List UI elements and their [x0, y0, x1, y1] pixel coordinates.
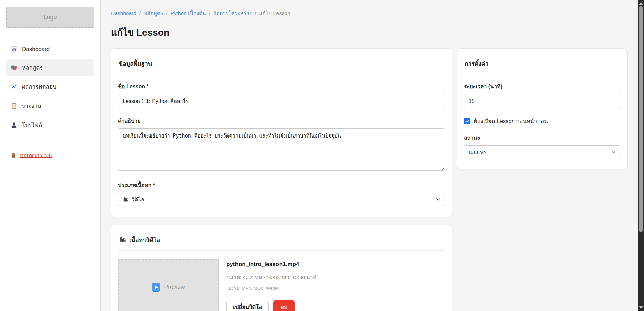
main-content: Dashboard / หลักสูตร / Python เบื้องต้น … — [101, 0, 638, 311]
sidebar-item-label: ผลการทดสอบ — [22, 82, 56, 91]
duration-input[interactable] — [464, 94, 620, 108]
sidebar-item-courses[interactable]: หลักสูตร — [6, 59, 94, 76]
breadcrumb-current: แก้ไข Lesson — [259, 9, 290, 17]
description-field-group: คำอธิบาย บทเรียนนี้จะอธิบายว่า Python คื… — [118, 117, 445, 172]
sidebar-item-dashboard[interactable]: Dashboard — [6, 42, 94, 56]
breadcrumb: Dashboard / หลักสูตร / Python เบื้องต้น … — [111, 9, 628, 17]
chevron-down-icon — [611, 150, 616, 155]
scrollbar[interactable] — [638, 0, 644, 311]
sidebar-divider — [7, 141, 93, 141]
status-select[interactable]: เผยแพร่ — [464, 145, 620, 159]
video-row: Preview python_intro_lesson1.mp4 ขนาด: 4… — [118, 259, 445, 311]
lesson-name-label: ชื่อ Lesson * — [118, 82, 445, 91]
change-video-button[interactable]: เปลี่ยนวิดีโอ — [226, 300, 269, 311]
content-type-field-group: ประเภทเนื้อหา * — [118, 181, 445, 206]
breadcrumb-separator: / — [209, 10, 210, 16]
chart-increasing-icon — [11, 83, 17, 90]
content-type-value: วิดีโอ — [132, 195, 144, 204]
basic-info-card: ข้อมูลพื้นฐาน ชื่อ Lesson * คำอธิบาย บทเ… — [111, 48, 452, 217]
content-type-select[interactable]: วิดีโอ — [118, 193, 445, 206]
delete-video-button[interactable]: ลบ — [273, 300, 295, 311]
status-label: สถานะ — [464, 133, 620, 142]
page-title: แก้ไข Lesson — [111, 25, 628, 40]
video-preview-placeholder[interactable]: Preview — [118, 259, 219, 311]
sidebar-nav: Dashboard หลักสูตร — [6, 42, 94, 133]
prerequisite-checkbox[interactable] — [464, 118, 470, 124]
lesson-name-input[interactable] — [118, 94, 445, 108]
description-label: คำอธิบาย — [118, 117, 445, 125]
status-value: เผยแพร่ — [469, 148, 487, 156]
sidebar-item-label: Dashboard — [22, 46, 50, 53]
breadcrumb-link-manage-structure[interactable]: จัดการโครงสร้าง — [213, 9, 252, 17]
scrollbar-thumb[interactable] — [639, 6, 643, 232]
video-actions: เปลี่ยนวิดีโอ ลบ — [226, 300, 316, 311]
scrollbar-down-arrow[interactable] — [639, 306, 643, 309]
video-preview-label: Preview — [164, 284, 185, 291]
breadcrumb-link-course-python[interactable]: Python เบื้องต้น — [170, 9, 206, 17]
clipboard-icon — [11, 103, 17, 109]
logo-label: Logo — [43, 14, 57, 21]
door-icon — [11, 152, 17, 158]
content-columns: ข้อมูลพื้นฐาน ชื่อ Lesson * คำอธิบาย บทเ… — [111, 48, 628, 311]
sidebar-item-test-results[interactable]: ผลการทดสอบ — [6, 78, 94, 95]
lesson-name-field-group: ชื่อ Lesson * — [118, 82, 445, 108]
content-type-label: ประเภทเนื้อหา * — [118, 181, 445, 189]
settings-card: การตั้งค่า ระยะเวลา (นาที) ต้องเรียน Les… — [457, 48, 628, 169]
logout-label: ออกจากระบบ — [20, 151, 52, 159]
settings-card-header: การตั้งค่า — [464, 55, 620, 74]
bar-chart-icon — [11, 46, 17, 53]
left-column: ข้อมูลพื้นฐาน ชื่อ Lesson * คำอธิบาย บทเ… — [111, 48, 452, 311]
right-column: การตั้งค่า ระยะเวลา (นาที) ต้องเรียน Les… — [457, 48, 628, 169]
sidebar-item-reports[interactable]: รายงาน — [6, 98, 94, 114]
breadcrumb-separator: / — [255, 10, 256, 16]
video-supported-formats: รองรับ: MP4, MOV, WebM — [226, 284, 316, 292]
breadcrumb-separator: / — [166, 10, 167, 16]
breadcrumb-link-courses[interactable]: หลักสูตร — [144, 9, 163, 17]
movie-camera-icon — [123, 197, 129, 203]
logo-placeholder: Logo — [6, 7, 94, 28]
video-filename: python_intro_lesson1.mp4 — [226, 261, 316, 268]
app-window: Logo Dashboard — [0, 0, 644, 311]
scrollbar-up-arrow[interactable] — [639, 2, 643, 5]
breadcrumb-link-dashboard[interactable]: Dashboard — [111, 10, 136, 16]
prerequisite-label: ต้องเรียน Lesson ก่อนหน้าก่อน — [474, 117, 548, 125]
movie-camera-icon — [119, 236, 126, 244]
duration-field-group: ระยะเวลา (นาที) — [464, 82, 620, 108]
person-icon — [11, 122, 17, 128]
settings-card-title: การตั้งค่า — [465, 59, 488, 68]
prerequisite-check-row[interactable]: ต้องเรียน Lesson ก่อนหน้าก่อน — [464, 117, 620, 125]
chevron-down-icon — [436, 197, 441, 202]
video-content-card: เนื้อหาวิดีโอ Preview — [111, 225, 452, 311]
logout-link[interactable]: ออกจากระบบ — [6, 150, 56, 161]
video-content-card-title: เนื้อหาวิดีโอ — [129, 235, 160, 245]
video-info: python_intro_lesson1.mp4 ขนาด: 45.2 MB •… — [226, 259, 316, 311]
sidebar-item-label: โปรไฟล์ — [22, 120, 42, 129]
description-textarea[interactable]: บทเรียนนี้จะอธิบายว่า Python คืออะไร ประ… — [118, 128, 445, 171]
sidebar-item-label: หลักสูตร — [22, 63, 43, 72]
books-icon — [11, 64, 17, 71]
status-field-group: สถานะ เผยแพร่ — [464, 133, 620, 159]
duration-label: ระยะเวลา (นาที) — [464, 82, 620, 91]
sidebar: Logo Dashboard — [0, 0, 101, 311]
video-meta: ขนาด: 45.2 MB • ระยะเวลา: 15:30 นาที — [226, 273, 316, 281]
video-content-card-header: เนื้อหาวิดีโอ — [118, 232, 445, 251]
sidebar-item-label: รายงาน — [22, 101, 41, 110]
basic-info-card-title: ข้อมูลพื้นฐาน — [119, 59, 152, 68]
breadcrumb-separator: / — [139, 10, 141, 16]
basic-info-card-header: ข้อมูลพื้นฐาน — [118, 55, 445, 74]
play-button-icon — [152, 283, 160, 292]
sidebar-item-profile[interactable]: โปรไฟล์ — [6, 117, 94, 133]
